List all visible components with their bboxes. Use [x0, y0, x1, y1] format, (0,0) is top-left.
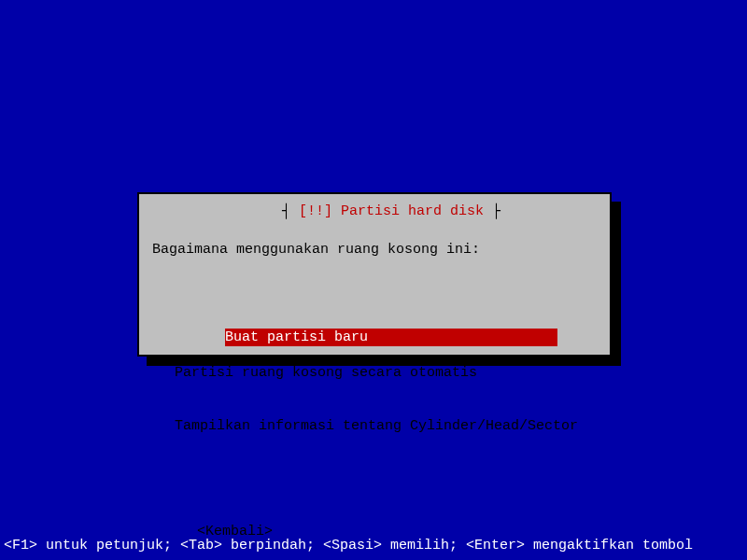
menu-item-create-partition[interactable]: Buat partisi baru: [225, 329, 557, 346]
help-footer: <F1> untuk petunjuk; <Tab> berpindah; <S…: [4, 537, 693, 554]
title-marker: [!!]: [299, 203, 332, 219]
menu-item-show-chs-info[interactable]: Tampilkan informasi tentang Cylinder/Hea…: [175, 417, 597, 435]
menu-item-auto-partition[interactable]: Partisi ruang kosong secara otomatis: [175, 364, 597, 382]
dialog-title-row: ┤ [!!] Partisi hard disk ├: [139, 185, 610, 238]
dialog-title: Partisi hard disk: [341, 203, 484, 219]
dialog-content: Bagaimana menggunakan ruang kosong ini: …: [139, 194, 610, 560]
dialog-prompt: Bagaimana menggunakan ruang kosong ini:: [152, 241, 597, 259]
menu: Buat partisi baru Partisi ruang kosong s…: [175, 311, 597, 470]
partition-dialog: ┤ [!!] Partisi hard disk ├ Bagaimana men…: [137, 192, 612, 357]
